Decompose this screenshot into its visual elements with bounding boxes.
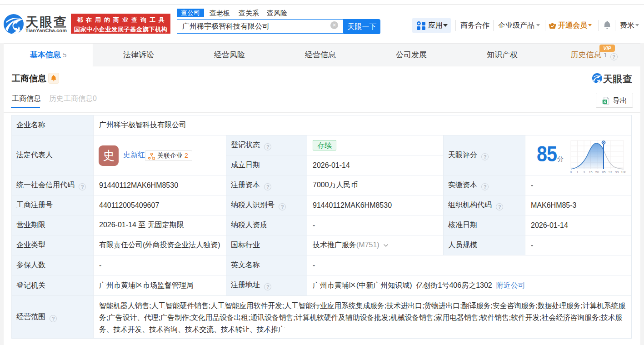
svg-text:97: 97 (609, 170, 612, 174)
svg-text:99: 99 (615, 170, 619, 174)
svg-text:0: 0 (570, 170, 572, 174)
svg-text:100: 100 (621, 170, 626, 174)
svg-text:1: 1 (576, 170, 578, 174)
svg-text:50: 50 (595, 170, 599, 174)
svg-text:85: 85 (602, 170, 605, 174)
svg-text:15: 15 (589, 170, 592, 174)
svg-text:3: 3 (583, 170, 585, 174)
